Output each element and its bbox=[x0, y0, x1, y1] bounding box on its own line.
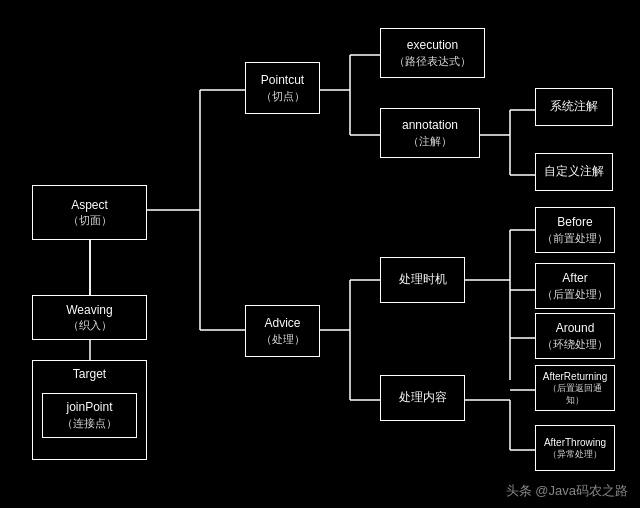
around-label: Around bbox=[556, 321, 595, 337]
aspect-sub: （切面） bbox=[68, 213, 112, 227]
around-node: Around （环绕处理） bbox=[535, 313, 615, 359]
afterreturning-label: AfterReturning bbox=[543, 370, 607, 383]
annotation-sub: （注解） bbox=[408, 134, 452, 148]
target-node: Target joinPoint （连接点） bbox=[32, 360, 147, 460]
timing-node: 处理时机 bbox=[380, 257, 465, 303]
footer-text: 头条 @Java码农之路 bbox=[506, 482, 628, 500]
joinpoint-node: joinPoint （连接点） bbox=[42, 393, 137, 438]
before-sub: （前置处理） bbox=[542, 231, 608, 245]
afterthrowing-node: AfterThrowing （异常处理） bbox=[535, 425, 615, 471]
systemnote-node: 系统注解 bbox=[535, 88, 613, 126]
annotation-label: annotation bbox=[402, 118, 458, 134]
advice-label: Advice bbox=[264, 316, 300, 332]
afterthrowing-label: AfterThrowing bbox=[544, 436, 606, 449]
timing-label: 处理时机 bbox=[399, 272, 447, 288]
advice-node: Advice （处理） bbox=[245, 305, 320, 357]
afterthrowing-sub: （异常处理） bbox=[548, 449, 602, 461]
joinpoint-sub: （连接点） bbox=[62, 416, 117, 430]
customnote-label: 自定义注解 bbox=[544, 164, 604, 180]
execution-node: execution （路径表达式） bbox=[380, 28, 485, 78]
aspect-node: Aspect （切面） bbox=[32, 185, 147, 240]
pointcut-sub: （切点） bbox=[261, 89, 305, 103]
around-sub: （环绕处理） bbox=[542, 337, 608, 351]
before-node: Before （前置处理） bbox=[535, 207, 615, 253]
content-label: 处理内容 bbox=[399, 390, 447, 406]
target-label: Target bbox=[73, 367, 106, 383]
aspect-label: Aspect bbox=[71, 198, 108, 214]
annotation-node: annotation （注解） bbox=[380, 108, 480, 158]
after-label: After bbox=[562, 271, 587, 287]
systemnote-label: 系统注解 bbox=[550, 99, 598, 115]
execution-label: execution bbox=[407, 38, 458, 54]
advice-sub: （处理） bbox=[261, 332, 305, 346]
before-label: Before bbox=[557, 215, 592, 231]
content-node: 处理内容 bbox=[380, 375, 465, 421]
weaving-label: Weaving bbox=[66, 303, 112, 319]
afterreturning-sub: （后置返回通知） bbox=[542, 383, 608, 406]
joinpoint-label: joinPoint bbox=[66, 400, 112, 416]
after-node: After （后置处理） bbox=[535, 263, 615, 309]
afterreturning-node: AfterReturning （后置返回通知） bbox=[535, 365, 615, 411]
customnote-node: 自定义注解 bbox=[535, 153, 613, 191]
weaving-sub: （织入） bbox=[68, 318, 112, 332]
weaving-node: Weaving （织入） bbox=[32, 295, 147, 340]
execution-sub: （路径表达式） bbox=[394, 54, 471, 68]
pointcut-node: Pointcut （切点） bbox=[245, 62, 320, 114]
after-sub: （后置处理） bbox=[542, 287, 608, 301]
pointcut-label: Pointcut bbox=[261, 73, 304, 89]
